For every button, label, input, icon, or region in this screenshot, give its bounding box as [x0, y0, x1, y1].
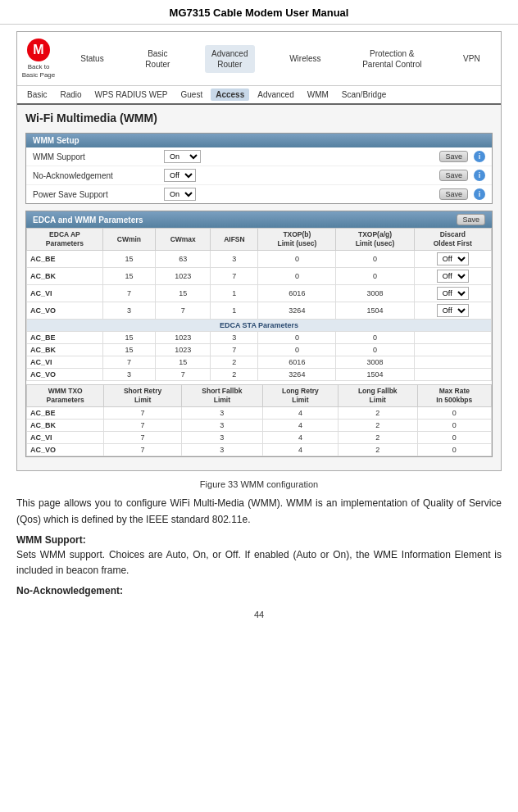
wmm-setup-title: WMM Setup — [33, 136, 80, 145]
power-save-select[interactable]: On Off — [164, 188, 196, 201]
nav-item-vpn[interactable]: VPN — [457, 50, 487, 67]
wmm-support-save[interactable]: Save — [439, 151, 468, 162]
ac-vi-name: AC_VI — [27, 285, 103, 302]
col-short-fallbk: Short FallbkLimit — [181, 385, 262, 407]
ac-vo-cwmax: 7 — [156, 302, 211, 320]
col-long-retry: Long RetryLimit — [262, 385, 338, 407]
wmm-support-select[interactable]: Auto On Off — [164, 150, 201, 163]
wmm-support-heading: WMM Support: — [16, 534, 502, 546]
content-heading: Wi-Fi Multimedia (WMM) — [25, 111, 493, 125]
intro-paragraph: This page allows you to configure WiFi M… — [16, 496, 502, 527]
sub-nav-wps-radius-wep[interactable]: WPS RADIUS WEP — [90, 88, 173, 101]
wmm-support-label: WMM Support — [33, 152, 164, 161]
sub-nav-basic[interactable]: Basic — [22, 88, 52, 101]
table-row: AC_BK 7 3 4 2 0 — [27, 420, 492, 432]
logo-back-button[interactable]: M Back toBasic Page — [17, 35, 60, 82]
wmm-setup-header: WMM Setup — [26, 134, 492, 147]
table-row: AC_BK 15 1023 7 0 0 OffOn — [27, 268, 492, 285]
ac-vo-aifsn: 1 — [211, 302, 258, 320]
ac-be-discard[interactable]: OffOn — [414, 251, 491, 268]
sub-nav-radio[interactable]: Radio — [55, 88, 86, 101]
col-wmm-txo: WMM TXOParameters — [27, 385, 104, 407]
no-ack-actions: Save i — [439, 170, 485, 181]
no-ack-select[interactable]: On Off — [164, 169, 196, 182]
ac-bk-aifsn: 7 — [211, 268, 258, 285]
power-save-control: On Off — [164, 188, 196, 201]
ac-vi-cwmin: 7 — [102, 285, 155, 302]
col-edca-ap: EDCA APParameters — [27, 229, 103, 251]
ac-bk-cwmin: 15 — [102, 268, 155, 285]
router-ui: M Back toBasic Page Status BasicRouter A… — [16, 31, 502, 471]
edca-table: EDCA APParameters CWmin CWmax AIFSN TXOP… — [26, 228, 492, 381]
table-row: AC_VO 7 3 4 2 0 — [27, 444, 492, 456]
ac-vi-txopb: 6016 — [258, 285, 336, 302]
col-long-fallbk: Long FallbkLimit — [338, 385, 417, 407]
wmm-txo-table: WMM TXOParameters Short RetryLimit Short… — [26, 384, 492, 456]
ac-be-cwmax: 63 — [156, 251, 211, 268]
sta-ac-be-name: AC_BE — [27, 332, 103, 344]
power-save-save[interactable]: Save — [439, 188, 468, 200]
table-row: AC_BE 15 1023 3 0 0 — [27, 332, 492, 344]
ac-vi-txopag: 3008 — [336, 285, 414, 302]
power-save-actions: Save i — [439, 188, 485, 200]
no-ack-save[interactable]: Save — [439, 170, 468, 181]
no-ack-row: No-Acknowledgement On Off Save i — [26, 166, 492, 185]
no-ack-info-icon[interactable]: i — [474, 170, 485, 181]
col-short-retry: Short RetryLimit — [104, 385, 181, 407]
top-nav: M Back toBasic Page Status BasicRouter A… — [17, 32, 501, 86]
table-row: AC_BE 7 3 4 2 0 — [27, 407, 492, 420]
ac-bk-txopb: 0 — [258, 268, 336, 285]
table-row: AC_BE 15 63 3 0 0 OffOn — [27, 251, 492, 268]
ac-vi-discard[interactable]: OffOn — [414, 285, 491, 302]
ac-be-aifsn: 3 — [211, 251, 258, 268]
edca-save-btn[interactable]: Save — [457, 214, 485, 225]
nav-item-wireless[interactable]: Wireless — [283, 50, 327, 67]
ac-bk-cwmax: 1023 — [156, 268, 211, 285]
wmm-support-control: Auto On Off — [164, 150, 201, 163]
sub-nav-scan-bridge[interactable]: Scan/Bridge — [337, 88, 391, 101]
ac-be-cwmin: 15 — [102, 251, 155, 268]
nav-item-basic-router[interactable]: BasicRouter — [139, 45, 176, 73]
col-discard: DiscardOldest First — [414, 229, 491, 251]
motorola-logo: M — [27, 39, 50, 61]
power-save-label: Power Save Support — [33, 190, 164, 199]
wmm-support-info-icon[interactable]: i — [474, 151, 485, 162]
figure-caption: Figure 33 WMM configuration — [0, 479, 518, 489]
wmm-setup-section: WMM Setup WMM Support Auto On Off Save i — [25, 133, 493, 204]
ac-be-txopag: 0 — [336, 251, 414, 268]
table-row: AC_VI 7 3 4 2 0 — [27, 432, 492, 444]
ac-bk-discard[interactable]: OffOn — [414, 268, 491, 285]
wmm-support-actions: Save i — [439, 151, 485, 162]
nav-item-advanced-router[interactable]: AdvancedRouter — [205, 45, 254, 73]
sub-nav-access[interactable]: Access — [211, 88, 249, 101]
page-number: 44 — [0, 610, 518, 619]
main-nav-items: Status BasicRouter AdvancedRouter Wirele… — [60, 45, 501, 73]
ac-bk-name: AC_BK — [27, 268, 103, 285]
ac-vo-discard[interactable]: OffOn — [414, 302, 491, 320]
sta-ac-vi-name: AC_VI — [27, 356, 103, 369]
edca-sta-header-row: EDCA STA Parameters — [27, 320, 492, 332]
nav-item-protection[interactable]: Protection &Parental Control — [356, 45, 428, 73]
table-row: AC_BK 15 1023 7 0 0 — [27, 344, 492, 356]
col-cwmax: CWmax — [156, 229, 211, 251]
edca-sta-label: EDCA STA Parameters — [27, 320, 492, 332]
ac-bk-txopag: 0 — [336, 268, 414, 285]
back-label: Back toBasic Page — [22, 63, 55, 79]
sub-nav-wmm[interactable]: WMM — [302, 88, 334, 101]
wmm-support-body: Sets WMM support. Choices are Auto, On, … — [16, 547, 502, 578]
col-txop-ag: TXOP(a/g)Limit (usec) — [336, 229, 414, 251]
col-aifsn: AIFSN — [211, 229, 258, 251]
ac-vo-cwmin: 3 — [102, 302, 155, 320]
power-save-info-icon[interactable]: i — [474, 188, 485, 200]
sub-nav-advanced[interactable]: Advanced — [252, 88, 298, 101]
table-row: AC_VO 3 7 2 3264 1504 — [27, 369, 492, 381]
nav-item-status[interactable]: Status — [74, 50, 110, 67]
table-row: AC_VO 3 7 1 3264 1504 OffOn — [27, 302, 492, 320]
col-max-rate: Max RateIn 500kbps — [417, 385, 491, 407]
ac-vi-cwmax: 15 — [156, 285, 211, 302]
page-title: MG7315 Cable Modem User Manual — [0, 0, 518, 25]
ac-be-txopb: 0 — [258, 251, 336, 268]
no-ack-heading: No-Acknowledgement: — [16, 585, 502, 597]
ac-vi-aifsn: 1 — [211, 285, 258, 302]
sub-nav-guest[interactable]: Guest — [176, 88, 208, 101]
